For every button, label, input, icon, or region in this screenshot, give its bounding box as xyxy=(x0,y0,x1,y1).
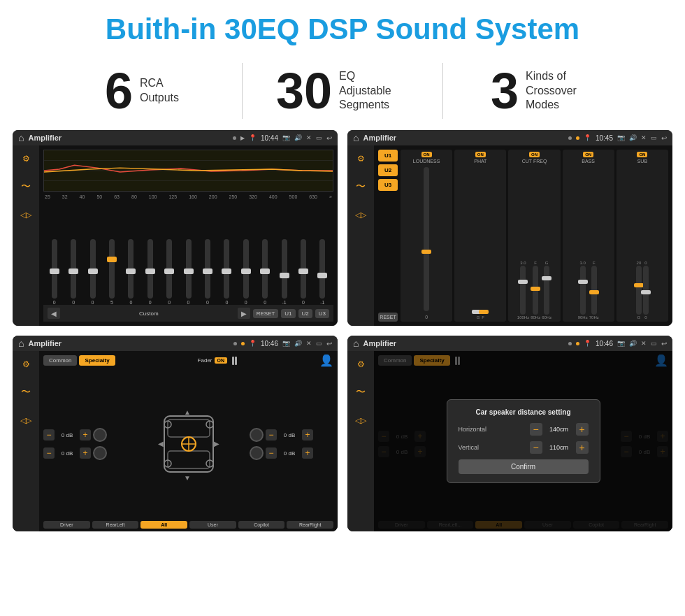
back-icon-3[interactable]: ↩ xyxy=(326,340,332,348)
eq-slider-3[interactable]: 0 xyxy=(83,239,102,305)
phat-on: ON xyxy=(475,152,486,157)
stat-text-eq: EQ AdjustableSegments xyxy=(339,69,409,113)
eq-label-50: 50 xyxy=(96,194,102,199)
u1-button-eq[interactable]: U1 xyxy=(281,309,295,318)
back-icon-1[interactable]: ↩ xyxy=(326,134,332,142)
eq-slider-9[interactable]: 0 xyxy=(198,239,217,305)
eq-slider-1[interactable]: 0 xyxy=(45,239,64,305)
volume-icon-4: 🔊 xyxy=(629,340,637,347)
eq-slider-12[interactable]: 0 xyxy=(255,239,274,305)
eq-slider-4[interactable]: 5 xyxy=(102,239,121,305)
u2-button-eq[interactable]: U2 xyxy=(298,309,312,318)
u3-preset[interactable]: U3 xyxy=(378,179,398,191)
location-icon-3: 📍 xyxy=(249,340,257,347)
speaker-icon-2[interactable]: ◁▷ xyxy=(353,207,368,222)
eq-label-320: 320 xyxy=(249,194,257,199)
location-icon-4: 📍 xyxy=(584,340,591,347)
vertical-plus[interactable]: + xyxy=(576,441,589,454)
screen1-eq-area: 25 32 40 50 63 80 100 125 160 200 250 32… xyxy=(39,145,338,326)
eq-label-500: 500 xyxy=(289,194,298,199)
fr-minus[interactable]: − xyxy=(266,429,277,440)
rr-plus[interactable]: + xyxy=(302,447,313,459)
speaker-icon-3[interactable]: ◁▷ xyxy=(18,413,34,428)
user-btn[interactable]: User xyxy=(189,521,236,529)
rl-plus[interactable]: + xyxy=(80,447,91,459)
close-icon-2: ✕ xyxy=(641,134,647,141)
speaker-icon-1[interactable]: ◁▷ xyxy=(18,207,34,222)
phat-label: PHAT xyxy=(474,159,486,164)
eq-band-labels: 25 32 40 50 63 80 100 125 160 200 250 32… xyxy=(43,194,333,199)
vertical-minus[interactable]: − xyxy=(530,441,542,454)
loudness-slider[interactable] xyxy=(424,167,429,311)
eq-icon-3[interactable]: ⚙ xyxy=(18,357,34,372)
wave-icon-4[interactable]: 〜 xyxy=(353,385,368,400)
stat-item-eq: 30 EQ AdjustableSegments xyxy=(243,66,442,116)
front-left-control: − 0 dB + xyxy=(43,428,127,442)
rl-minus[interactable]: − xyxy=(43,447,55,459)
home-icon-4[interactable]: ⌂ xyxy=(353,338,359,349)
fl-plus[interactable]: + xyxy=(80,429,91,440)
home-icon-2[interactable]: ⌂ xyxy=(353,132,359,143)
eq-icon-4[interactable]: ⚙ xyxy=(353,357,368,372)
cutfreq-on: ON xyxy=(529,152,540,157)
bass-label: BASS xyxy=(582,159,595,164)
eq-slider-2[interactable]: 0 xyxy=(64,239,82,305)
home-icon-3[interactable]: ⌂ xyxy=(18,338,24,349)
eq-slider-6[interactable]: 0 xyxy=(140,239,159,305)
copilot-btn[interactable]: Copilot xyxy=(238,521,285,529)
horizontal-minus[interactable]: − xyxy=(530,423,542,436)
all-btn[interactable]: All xyxy=(140,521,187,529)
eq-mode-label: Custom xyxy=(63,310,235,317)
fl-value: 0 dB xyxy=(57,432,78,438)
front-right-control: − 0 dB + xyxy=(250,428,333,442)
screen2-title: Amplifier xyxy=(363,134,564,142)
left-db-controls: − 0 dB + − 0 dB + xyxy=(43,428,127,460)
status-bar-2: ⌂ Amplifier 📍 10:45 📷 🔊 ✕ ▭ ↩ xyxy=(347,130,672,145)
horizontal-plus[interactable]: + xyxy=(576,423,589,436)
eq-slider-14[interactable]: 0 xyxy=(294,239,312,305)
fl-minus[interactable]: − xyxy=(43,429,55,440)
reset-preset[interactable]: RESET xyxy=(378,313,398,322)
u3-button-eq[interactable]: U3 xyxy=(315,309,329,318)
eq-slider-13[interactable]: -1 xyxy=(275,239,294,305)
eq-slider-8[interactable]: 0 xyxy=(179,239,198,305)
speaker-layout-grid: − 0 dB + − 0 dB + xyxy=(43,369,333,519)
reset-button-eq[interactable]: RESET xyxy=(253,309,279,318)
rearright-btn[interactable]: RearRight xyxy=(287,521,333,529)
eq-icon-2[interactable]: ⚙ xyxy=(353,151,368,166)
eq-slider-15[interactable]: -1 xyxy=(313,239,332,305)
u2-preset[interactable]: U2 xyxy=(378,164,398,176)
eq-slider-10[interactable]: 0 xyxy=(217,239,236,305)
eq-slider-11[interactable]: 0 xyxy=(236,239,255,305)
speaker-icon-4[interactable]: ◁▷ xyxy=(353,413,368,428)
wave-icon-3[interactable]: 〜 xyxy=(18,385,34,400)
wave-icon-1[interactable]: 〜 xyxy=(18,179,34,194)
screen1-time: 10:44 xyxy=(261,134,278,142)
eq-slider-5[interactable]: 0 xyxy=(122,239,140,305)
horizontal-row: Horizontal − 140cm + xyxy=(459,423,589,436)
rearleft-btn[interactable]: RearLeft xyxy=(92,521,139,529)
specialty-tab[interactable]: Specialty xyxy=(79,355,115,366)
eq-icon-1[interactable]: ⚙ xyxy=(18,151,34,166)
common-tab[interactable]: Common xyxy=(43,355,77,366)
u1-preset[interactable]: U1 xyxy=(378,150,398,162)
screen3-fader-area: Common Specialty Fader ON 👤 − xyxy=(39,351,338,531)
eq-slider-7[interactable]: 0 xyxy=(159,239,178,305)
loudness-label: LOUDNESS xyxy=(413,159,440,164)
screen4-fader-area: Common Specialty 👤 − 0 dB + xyxy=(374,351,672,531)
driver-btn[interactable]: Driver xyxy=(43,521,90,529)
back-icon-2[interactable]: ↩ xyxy=(661,134,667,142)
home-icon-1[interactable]: ⌂ xyxy=(18,132,24,143)
prev-arrow[interactable]: ◀ xyxy=(48,308,60,319)
confirm-button[interactable]: Confirm xyxy=(459,459,589,474)
fr-plus[interactable]: + xyxy=(302,429,313,440)
right-db-controls: − 0 dB + − 0 dB + xyxy=(250,428,333,460)
back-icon-4[interactable]: ↩ xyxy=(661,340,667,348)
status-dot-1 xyxy=(233,136,236,140)
eq-label-25: 25 xyxy=(45,194,50,199)
next-arrow[interactable]: ▶ xyxy=(238,308,250,319)
wave-icon-2[interactable]: 〜 xyxy=(353,179,368,194)
rr-minus[interactable]: − xyxy=(266,447,277,459)
horizontal-value: 140cm xyxy=(545,426,573,433)
location-icon-1: 📍 xyxy=(249,134,257,141)
